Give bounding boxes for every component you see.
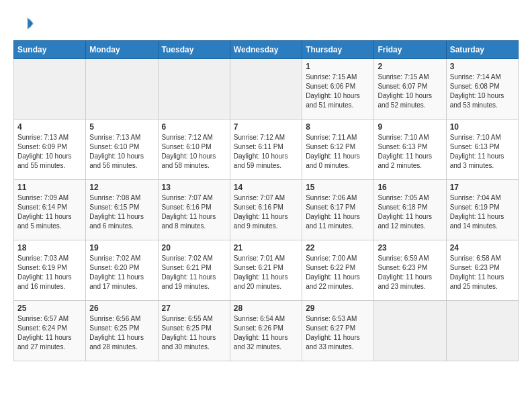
day-number: 29 [306,304,370,313]
calendar-cell [158,59,230,120]
day-number: 18 [17,243,82,253]
calendar-cell: 16Sunrise: 7:05 AMSunset: 6:18 PMDayligh… [374,180,446,240]
day-number: 4 [17,122,82,132]
day-info: Sunrise: 7:08 AMSunset: 6:15 PMDaylight:… [89,193,154,231]
day-info: Sunrise: 7:07 AMSunset: 6:16 PMDaylight:… [234,193,298,231]
day-info: Sunrise: 7:10 AMSunset: 6:13 PMDaylight:… [450,133,515,171]
calendar-cell: 27Sunrise: 6:55 AMSunset: 6:25 PMDayligh… [158,301,230,361]
week-row-1: 1Sunrise: 7:15 AMSunset: 6:06 PMDaylight… [14,59,519,120]
day-number: 14 [234,183,298,192]
calendar-cell: 4Sunrise: 7:13 AMSunset: 6:09 PMDaylight… [14,120,86,180]
day-info: Sunrise: 6:58 AMSunset: 6:23 PMDaylight:… [450,254,515,291]
weekday-header-tuesday: Tuesday [158,41,230,59]
day-number: 9 [378,122,442,132]
calendar-cell: 3Sunrise: 7:14 AMSunset: 6:08 PMDaylight… [446,59,518,120]
day-info: Sunrise: 7:06 AMSunset: 6:17 PMDaylight:… [306,193,370,231]
day-info: Sunrise: 6:53 AMSunset: 6:27 PMDaylight:… [306,314,370,352]
day-info: Sunrise: 7:09 AMSunset: 6:14 PMDaylight:… [17,193,82,231]
day-info: Sunrise: 7:07 AMSunset: 6:16 PMDaylight:… [162,193,226,231]
day-number: 5 [89,122,154,132]
day-info: Sunrise: 6:55 AMSunset: 6:25 PMDaylight:… [162,314,226,352]
day-number: 17 [450,183,515,192]
calendar-cell: 26Sunrise: 6:56 AMSunset: 6:25 PMDayligh… [86,301,158,361]
week-row-3: 11Sunrise: 7:09 AMSunset: 6:14 PMDayligh… [14,180,519,240]
calendar-cell: 17Sunrise: 7:04 AMSunset: 6:19 PMDayligh… [446,180,518,240]
day-number: 28 [234,304,298,313]
calendar-cell: 2Sunrise: 7:15 AMSunset: 6:07 PMDaylight… [374,59,446,120]
day-number: 8 [306,122,370,132]
day-number: 7 [234,122,298,132]
week-row-4: 18Sunrise: 7:03 AMSunset: 6:19 PMDayligh… [14,240,519,301]
calendar-cell: 24Sunrise: 6:58 AMSunset: 6:23 PMDayligh… [446,240,518,301]
day-info: Sunrise: 6:54 AMSunset: 6:26 PMDaylight:… [234,314,298,352]
week-row-5: 25Sunrise: 6:57 AMSunset: 6:24 PMDayligh… [14,301,519,361]
day-number: 24 [450,243,515,253]
day-info: Sunrise: 7:02 AMSunset: 6:20 PMDaylight:… [89,254,154,291]
calendar-cell: 25Sunrise: 6:57 AMSunset: 6:24 PMDayligh… [14,301,86,361]
calendar-cell: 29Sunrise: 6:53 AMSunset: 6:27 PMDayligh… [302,301,374,361]
day-info: Sunrise: 7:15 AMSunset: 6:06 PMDaylight:… [306,73,370,110]
day-info: Sunrise: 6:57 AMSunset: 6:24 PMDaylight:… [17,314,82,352]
day-number: 25 [17,304,82,313]
day-number: 19 [89,243,154,253]
day-number: 22 [306,243,370,253]
day-info: Sunrise: 7:00 AMSunset: 6:22 PMDaylight:… [306,254,370,291]
day-info: Sunrise: 7:05 AMSunset: 6:18 PMDaylight:… [378,193,442,231]
svg-marker-1 [30,19,34,29]
calendar-cell: 20Sunrise: 7:02 AMSunset: 6:21 PMDayligh… [158,240,230,301]
day-info: Sunrise: 7:15 AMSunset: 6:07 PMDaylight:… [378,73,442,110]
day-info: Sunrise: 7:04 AMSunset: 6:19 PMDaylight:… [450,193,515,231]
calendar-cell: 12Sunrise: 7:08 AMSunset: 6:15 PMDayligh… [86,180,158,240]
calendar-cell: 11Sunrise: 7:09 AMSunset: 6:14 PMDayligh… [14,180,86,240]
day-info: Sunrise: 7:12 AMSunset: 6:11 PMDaylight:… [234,133,298,171]
weekday-header-saturday: Saturday [446,41,518,59]
day-number: 15 [306,183,370,192]
calendar-cell: 1Sunrise: 7:15 AMSunset: 6:06 PMDaylight… [302,59,374,120]
weekday-header-monday: Monday [86,41,158,59]
day-number: 3 [450,62,515,71]
day-number: 1 [306,62,370,71]
calendar-cell: 15Sunrise: 7:06 AMSunset: 6:17 PMDayligh… [302,180,374,240]
calendar-cell: 28Sunrise: 6:54 AMSunset: 6:26 PMDayligh… [230,301,302,361]
calendar-cell: 9Sunrise: 7:10 AMSunset: 6:13 PMDaylight… [374,120,446,180]
day-number: 10 [450,122,515,132]
calendar-cell: 8Sunrise: 7:11 AMSunset: 6:12 PMDaylight… [302,120,374,180]
day-info: Sunrise: 7:13 AMSunset: 6:10 PMDaylight:… [89,133,154,171]
day-info: Sunrise: 7:01 AMSunset: 6:21 PMDaylight:… [234,254,298,291]
calendar-cell: 21Sunrise: 7:01 AMSunset: 6:21 PMDayligh… [230,240,302,301]
day-number: 11 [17,183,82,192]
day-number: 21 [234,243,298,253]
calendar-cell [86,59,158,120]
calendar-cell: 23Sunrise: 6:59 AMSunset: 6:23 PMDayligh… [374,240,446,301]
calendar-cell: 6Sunrise: 7:12 AMSunset: 6:10 PMDaylight… [158,120,230,180]
logo [13,13,36,34]
day-info: Sunrise: 7:10 AMSunset: 6:13 PMDaylight:… [378,133,442,171]
day-info: Sunrise: 7:13 AMSunset: 6:09 PMDaylight:… [17,133,82,171]
calendar-cell: 22Sunrise: 7:00 AMSunset: 6:22 PMDayligh… [302,240,374,301]
day-info: Sunrise: 7:02 AMSunset: 6:21 PMDaylight:… [162,254,226,291]
calendar-cell [14,59,86,120]
day-number: 23 [378,243,442,253]
calendar-cell [374,301,446,361]
day-number: 6 [162,122,226,132]
weekday-header-thursday: Thursday [302,41,374,59]
day-number: 2 [378,62,442,71]
calendar-cell: 7Sunrise: 7:12 AMSunset: 6:11 PMDaylight… [230,120,302,180]
weekday-header-wednesday: Wednesday [230,41,302,59]
week-row-2: 4Sunrise: 7:13 AMSunset: 6:09 PMDaylight… [14,120,519,180]
calendar-cell: 19Sunrise: 7:02 AMSunset: 6:20 PMDayligh… [86,240,158,301]
day-info: Sunrise: 6:56 AMSunset: 6:25 PMDaylight:… [89,314,154,352]
calendar-cell: 18Sunrise: 7:03 AMSunset: 6:19 PMDayligh… [14,240,86,301]
calendar-cell: 5Sunrise: 7:13 AMSunset: 6:10 PMDaylight… [86,120,158,180]
calendar-cell: 14Sunrise: 7:07 AMSunset: 6:16 PMDayligh… [230,180,302,240]
weekday-header-sunday: Sunday [14,41,86,59]
day-info: Sunrise: 7:12 AMSunset: 6:10 PMDaylight:… [162,133,226,171]
day-number: 27 [162,304,226,313]
calendar-cell [230,59,302,120]
logo-icon [13,13,34,34]
calendar-cell: 13Sunrise: 7:07 AMSunset: 6:16 PMDayligh… [158,180,230,240]
calendar-cell [446,301,518,361]
calendar-table: SundayMondayTuesdayWednesdayThursdayFrid… [13,40,519,361]
page-header [13,13,519,34]
day-number: 13 [162,183,226,192]
